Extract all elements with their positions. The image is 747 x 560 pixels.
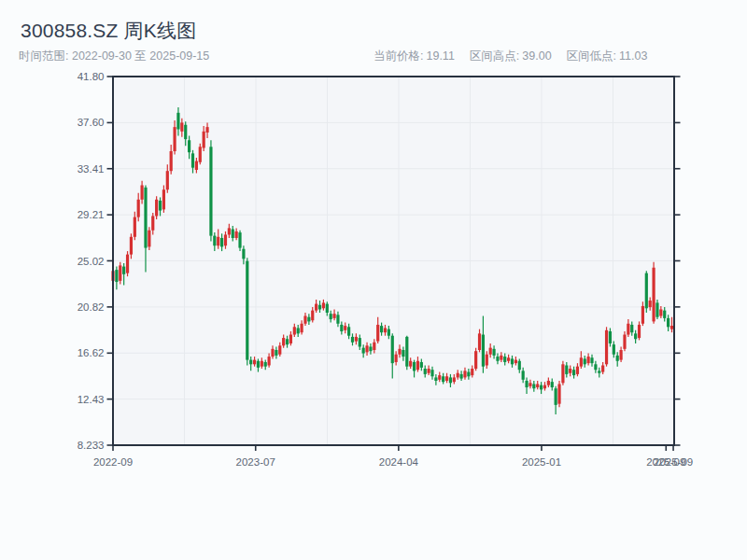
page-root: 300858.SZ 周K线图 时间范围: 2022-09-30 至 2025-0… <box>0 0 747 560</box>
svg-text:2023-07: 2023-07 <box>236 456 275 468</box>
svg-text:12.43: 12.43 <box>78 394 105 405</box>
kline-svg: 41.8037.6033.4129.2125.0220.8216.6212.43… <box>0 0 747 560</box>
svg-text:33.41: 33.41 <box>78 163 105 175</box>
svg-text:41.80: 41.80 <box>78 71 105 82</box>
kline-chart: 41.8037.6033.4129.2125.0220.8216.6212.43… <box>0 0 747 560</box>
svg-text:20.82: 20.82 <box>78 301 105 313</box>
svg-text:16.62: 16.62 <box>78 347 105 358</box>
svg-text:2022-09: 2022-09 <box>93 456 133 468</box>
svg-text:37.60: 37.60 <box>78 117 105 128</box>
svg-text:25.02: 25.02 <box>78 256 105 267</box>
svg-text:8.233: 8.233 <box>78 440 105 451</box>
svg-text:2025-01: 2025-01 <box>522 456 561 468</box>
svg-text:29.21: 29.21 <box>78 209 105 220</box>
svg-text:2025-09: 2025-09 <box>654 456 693 468</box>
svg-text:2024-04: 2024-04 <box>379 456 419 468</box>
